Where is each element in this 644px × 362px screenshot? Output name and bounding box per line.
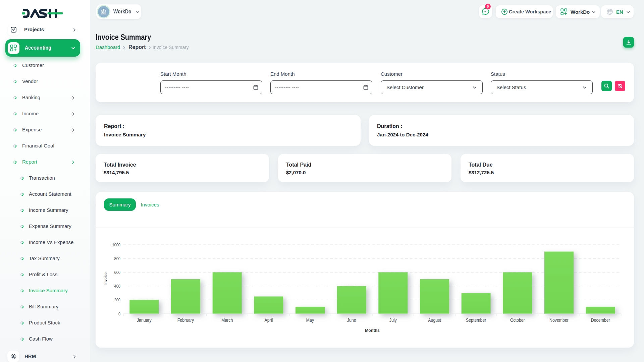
svg-text:December: December xyxy=(591,317,610,323)
svg-text:February: February xyxy=(177,317,194,323)
svg-text:800: 800 xyxy=(114,256,120,261)
svg-text:400: 400 xyxy=(114,284,120,289)
svg-text:April: April xyxy=(264,317,273,323)
svg-text:November: November xyxy=(549,317,569,323)
svg-text:June: June xyxy=(347,317,356,323)
svg-text:Invoice: Invoice xyxy=(103,273,108,285)
svg-text:October: October xyxy=(510,317,525,323)
svg-text:January: January xyxy=(137,317,152,323)
svg-text:March: March xyxy=(221,317,233,323)
svg-text:Months: Months xyxy=(365,328,380,333)
svg-text:1000: 1000 xyxy=(112,242,120,247)
svg-text:600: 600 xyxy=(114,270,120,275)
svg-text:0: 0 xyxy=(118,311,120,316)
svg-text:July: July xyxy=(389,317,397,323)
svg-text:August: August xyxy=(428,317,441,323)
svg-text:May: May xyxy=(306,317,314,323)
svg-text:September: September xyxy=(466,317,486,323)
svg-text:200: 200 xyxy=(114,297,120,302)
